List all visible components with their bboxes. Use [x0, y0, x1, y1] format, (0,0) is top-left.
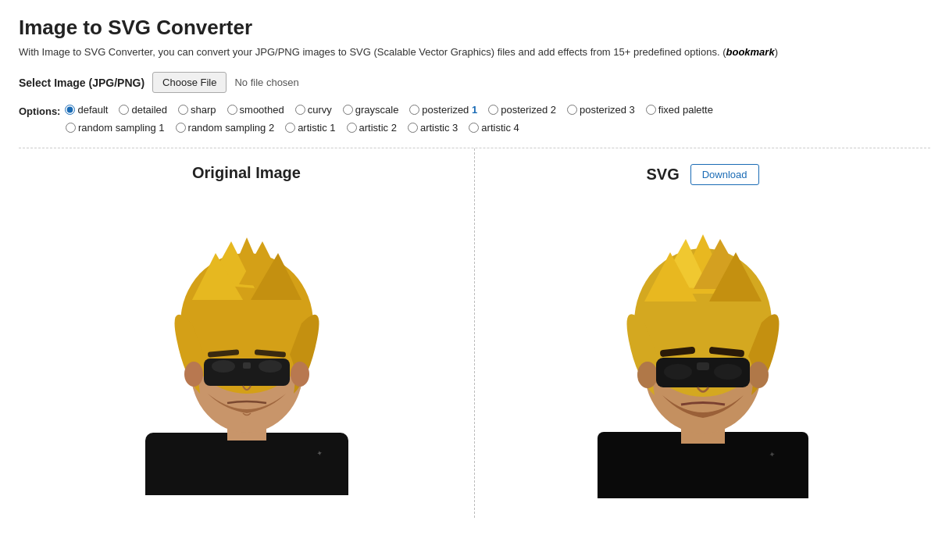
radio-opt-posterized2[interactable]	[488, 105, 498, 115]
svg-point-15	[212, 360, 235, 373]
radio-opt-default[interactable]	[65, 105, 75, 115]
option-opt-posterized1[interactable]: posterized 1	[409, 104, 477, 116]
radio-opt-artistic2[interactable]	[347, 123, 357, 133]
option-opt-artistic2[interactable]: artistic 2	[347, 122, 397, 134]
svg-point-35	[664, 364, 692, 380]
original-panel-header: Original Image	[42, 164, 451, 182]
svg-image: ✦	[578, 198, 828, 502]
option-label-opt-sharp: sharp	[191, 104, 216, 116]
radio-opt-artistic1[interactable]	[285, 123, 295, 133]
radio-opt-posterized3[interactable]	[567, 105, 577, 115]
radio-opt-sharp[interactable]	[178, 105, 188, 115]
option-label-opt-artistic3: artistic 3	[420, 122, 458, 134]
option-label-opt-fixedpalette: fixed palette	[658, 104, 713, 116]
svg-point-16	[259, 360, 282, 373]
radio-opt-curvy[interactable]	[295, 105, 305, 115]
option-label-opt-randomsampling1: random sampling 1	[78, 122, 165, 134]
option-label-opt-grayscale: grayscale	[355, 104, 399, 116]
option-label-opt-artistic1: artistic 1	[298, 122, 335, 134]
download-button[interactable]: Download	[690, 164, 759, 185]
radio-opt-randomsampling2[interactable]	[176, 123, 186, 133]
file-select-label: Select Image (JPG/PNG)	[19, 77, 144, 89]
svg-point-31	[637, 362, 658, 388]
radio-opt-artistic3[interactable]	[408, 123, 418, 133]
svg-character-svg: ✦	[586, 202, 820, 498]
file-select-row: Select Image (JPG/PNG) Choose File No fi…	[19, 72, 930, 93]
option-label-opt-detailed: detailed	[131, 104, 167, 116]
option-opt-curvy[interactable]: curvy	[295, 104, 332, 116]
svg-panel-title: SVG	[646, 166, 679, 184]
radio-opt-posterized1[interactable]	[409, 105, 419, 115]
svg-point-12	[291, 362, 309, 387]
radio-opt-smoothed[interactable]	[227, 105, 237, 115]
svg-point-36	[714, 364, 742, 380]
option-opt-grayscale[interactable]: grayscale	[343, 104, 399, 116]
svg-rect-34	[697, 362, 709, 370]
svg-rect-2	[145, 433, 348, 495]
original-character-svg: ✦	[130, 198, 364, 495]
original-image: ✦	[122, 194, 372, 499]
content-area: Original Image	[19, 148, 930, 518]
radio-opt-fixedpalette[interactable]	[646, 105, 656, 115]
svg-text:✦: ✦	[316, 449, 323, 458]
radio-opt-grayscale[interactable]	[343, 105, 353, 115]
radio-opt-randomsampling1[interactable]	[66, 123, 76, 133]
option-opt-artistic1[interactable]: artistic 1	[285, 122, 335, 134]
option-label-opt-artistic2: artistic 2	[359, 122, 397, 134]
option-label-opt-posterized3: posterized 3	[580, 104, 635, 116]
option-opt-detailed[interactable]: detailed	[119, 104, 167, 116]
option-opt-posterized3[interactable]: posterized 3	[567, 104, 635, 116]
radio-opt-artistic4[interactable]	[469, 123, 479, 133]
options-row-2: random sampling 1random sampling 2artist…	[19, 122, 930, 137]
svg-point-32	[748, 362, 769, 388]
svg-panel-header: SVG Download	[498, 164, 907, 185]
option-opt-randomsampling2[interactable]: random sampling 2	[176, 122, 275, 134]
options-row-1: Options: defaultdetailedsharpsmoothedcur…	[19, 104, 930, 119]
svg-panel: SVG Download	[475, 148, 930, 518]
option-opt-smoothed[interactable]: smoothed	[227, 104, 284, 116]
option-label-opt-randomsampling2: random sampling 2	[188, 122, 275, 134]
option-opt-default[interactable]: default	[65, 104, 108, 116]
option-label-opt-posterized1: posterized 1	[422, 104, 477, 116]
no-file-text: No file chosen	[234, 77, 298, 88]
option-label-opt-artistic4: artistic 4	[481, 122, 519, 134]
options-label: Options:	[19, 105, 60, 117]
option-opt-artistic3[interactable]: artistic 3	[408, 122, 458, 134]
option-opt-artistic4[interactable]: artistic 4	[469, 122, 519, 134]
page-title: Image to SVG Converter	[19, 16, 930, 40]
svg-point-11	[184, 362, 203, 387]
option-label-opt-posterized2: posterized 2	[501, 104, 556, 116]
original-panel-title: Original Image	[192, 164, 301, 182]
radio-opt-detailed[interactable]	[119, 105, 129, 115]
svg-rect-14	[243, 362, 251, 369]
option-opt-fixedpalette[interactable]: fixed palette	[646, 104, 713, 116]
option-label-opt-default: default	[77, 104, 108, 116]
option-label-opt-smoothed: smoothed	[240, 104, 284, 116]
option-opt-sharp[interactable]: sharp	[178, 104, 216, 116]
original-panel: Original Image	[19, 148, 475, 518]
option-opt-randomsampling1[interactable]: random sampling 1	[66, 122, 165, 134]
choose-file-button[interactable]: Choose File	[152, 72, 227, 93]
option-label-opt-curvy: curvy	[308, 104, 332, 116]
option-opt-posterized2[interactable]: posterized 2	[488, 104, 556, 116]
subtitle: With Image to SVG Converter, you can con…	[19, 46, 930, 58]
